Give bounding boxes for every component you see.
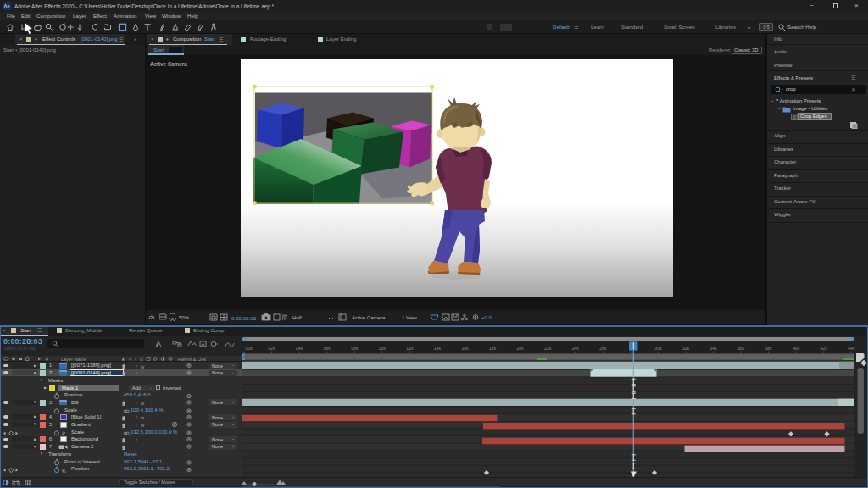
svg-text:36s: 36s bbox=[737, 346, 745, 351]
svg-text:/: / bbox=[136, 364, 137, 369]
svg-text:26s: 26s bbox=[599, 346, 607, 351]
svg-text:⌄: ⌄ bbox=[321, 315, 326, 320]
svg-text:18s: 18s bbox=[489, 346, 497, 351]
svg-text:Half: Half bbox=[292, 315, 302, 320]
svg-text:42s: 42s bbox=[821, 346, 828, 351]
svg-text:Parent & Link: Parent & Link bbox=[178, 357, 206, 362]
svg-text:⌄: ⌄ bbox=[390, 315, 394, 320]
svg-text::00s: :00s bbox=[244, 346, 253, 351]
svg-text:08s: 08s bbox=[351, 346, 359, 351]
svg-text:/: / bbox=[136, 415, 137, 420]
svg-text:Active Camera: Active Camera bbox=[352, 315, 386, 320]
svg-text:/: / bbox=[136, 401, 137, 406]
svg-text:Layer Name: Layer Name bbox=[61, 357, 86, 362]
svg-text:12s: 12s bbox=[406, 346, 414, 351]
svg-text:♜: ♜ bbox=[121, 357, 125, 362]
svg-text:50%: 50% bbox=[179, 315, 190, 320]
svg-text:02s: 02s bbox=[269, 346, 276, 351]
svg-text:0:00:28:03: 0:00:28:03 bbox=[231, 315, 257, 321]
svg-text:/: / bbox=[136, 423, 137, 428]
svg-text:1 View: 1 View bbox=[402, 315, 418, 320]
svg-text:04s: 04s bbox=[296, 346, 303, 351]
svg-text:#: # bbox=[46, 357, 49, 362]
svg-text:14s: 14s bbox=[434, 346, 442, 351]
svg-text:⌄: ⌄ bbox=[202, 315, 206, 320]
svg-text:⌄: ⌄ bbox=[423, 315, 427, 320]
svg-text:40s: 40s bbox=[793, 346, 800, 351]
svg-text:fx: fx bbox=[141, 415, 145, 420]
svg-text:fx: fx bbox=[141, 364, 145, 369]
svg-text:\: \ bbox=[135, 357, 136, 362]
svg-text:22s: 22s bbox=[544, 346, 552, 351]
svg-text:24s: 24s bbox=[572, 346, 580, 351]
svg-text:+0.0: +0.0 bbox=[481, 315, 492, 320]
svg-text:fx: fx bbox=[141, 423, 145, 428]
svg-text:fx: fx bbox=[141, 401, 145, 406]
svg-text:16s: 16s bbox=[461, 346, 469, 351]
svg-text:10s: 10s bbox=[379, 346, 387, 351]
svg-text:fx: fx bbox=[140, 357, 143, 362]
svg-text:/: / bbox=[136, 438, 137, 443]
svg-text:38s: 38s bbox=[765, 346, 773, 351]
svg-text:✧: ✧ bbox=[128, 357, 131, 362]
svg-text:44s: 44s bbox=[848, 346, 855, 351]
svg-text:32s: 32s bbox=[682, 346, 690, 351]
svg-text:34s: 34s bbox=[709, 346, 717, 351]
svg-text:20s: 20s bbox=[517, 346, 525, 351]
svg-text:30s: 30s bbox=[654, 346, 662, 351]
svg-text:06s: 06s bbox=[324, 346, 331, 351]
svg-text:/: / bbox=[136, 371, 137, 376]
